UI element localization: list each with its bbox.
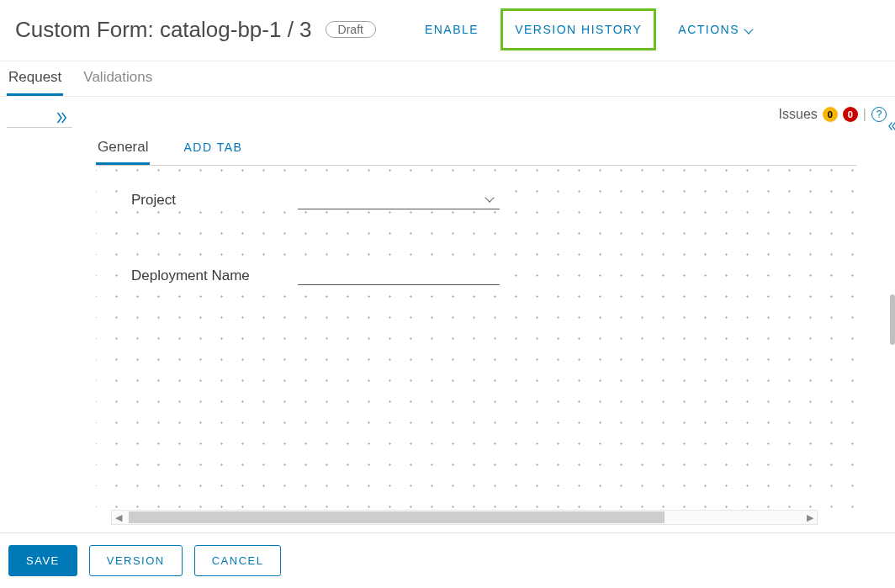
subtabs: Request Validations (0, 61, 895, 97)
issues-bar: Issues 0 0 | ? (81, 97, 895, 132)
project-dropdown[interactable] (298, 191, 500, 209)
warning-badge[interactable]: 0 (823, 107, 838, 122)
divider: | (863, 107, 866, 122)
actions-menu-label: ACTIONS (678, 23, 739, 36)
cancel-button[interactable]: CANCEL (194, 545, 282, 576)
enable-button[interactable]: ENABLE (415, 18, 489, 41)
project-label: Project (131, 192, 283, 209)
expand-left-panel-icon[interactable] (54, 110, 69, 125)
status-badge-draft: Draft (326, 21, 376, 38)
chevron-down-icon (744, 24, 754, 34)
field-deployment-name[interactable]: Deployment Name (128, 265, 503, 287)
deployment-name-input[interactable] (298, 267, 500, 285)
left-panel-collapsed (0, 97, 81, 525)
form-tabs: General ADD TAB (96, 132, 856, 166)
tab-validations[interactable]: Validations (82, 61, 154, 96)
error-badge[interactable]: 0 (843, 107, 858, 122)
scroll-left-icon[interactable]: ◀ (115, 512, 122, 523)
save-button[interactable]: SAVE (8, 545, 77, 576)
add-tab-button[interactable]: ADD TAB (183, 132, 242, 165)
help-icon[interactable]: ? (871, 107, 887, 122)
tab-general[interactable]: General (96, 132, 150, 165)
issues-label: Issues (779, 107, 818, 122)
header-bar: Custom Form: catalog-bp-1 / 3 Draft ENAB… (0, 0, 895, 61)
left-panel-underline (7, 127, 72, 128)
actions-menu-button[interactable]: ACTIONS (668, 18, 762, 41)
form-designer-canvas[interactable]: Project Deployment Name (96, 166, 856, 525)
scroll-right-icon[interactable]: ▶ (807, 512, 813, 523)
vertical-scrollbar-thumb[interactable] (890, 294, 895, 345)
scrollbar-thumb[interactable] (129, 511, 665, 523)
deployment-name-label: Deployment Name (131, 268, 283, 284)
version-button[interactable]: VERSION (89, 545, 183, 576)
footer-bar: SAVE VERSION CANCEL (0, 532, 895, 588)
field-project[interactable]: Project (128, 189, 503, 211)
version-history-button[interactable]: VERSION HISTORY (500, 8, 656, 50)
page-title: Custom Form: catalog-bp-1 / 3 (15, 17, 312, 43)
horizontal-scrollbar[interactable]: ◀ ▶ (111, 510, 818, 525)
tab-request[interactable]: Request (7, 61, 63, 96)
chevron-down-icon (485, 193, 494, 202)
expand-right-panel-icon[interactable] (887, 118, 895, 135)
